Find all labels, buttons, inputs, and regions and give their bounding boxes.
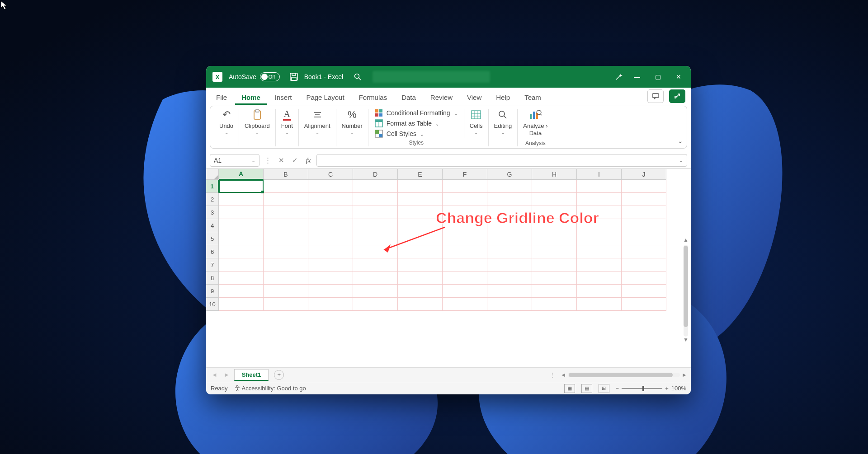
sheet-tab-sheet1[interactable]: Sheet1	[234, 369, 269, 381]
cell-B1[interactable]	[264, 180, 308, 193]
zoom-percentage[interactable]: 100%	[671, 385, 686, 392]
cell-C10[interactable]	[308, 298, 353, 311]
cell-G3[interactable]	[487, 206, 532, 219]
cell-E3[interactable]	[398, 206, 443, 219]
tab-file[interactable]: File	[210, 90, 233, 105]
zoom-out-button[interactable]: −	[616, 385, 619, 392]
cell-D5[interactable]	[353, 232, 398, 245]
cell-J7[interactable]	[622, 258, 666, 271]
column-header-D[interactable]: D	[353, 169, 398, 180]
cell-C4[interactable]	[308, 219, 353, 232]
cell-H4[interactable]	[532, 219, 577, 232]
column-header-J[interactable]: J	[622, 169, 666, 180]
cell-C1[interactable]	[308, 180, 353, 193]
cell-D10[interactable]	[353, 298, 398, 311]
cell-I10[interactable]	[577, 298, 622, 311]
cell-J9[interactable]	[622, 285, 666, 298]
cell-J5[interactable]	[622, 232, 666, 245]
formula-input[interactable]: ⌄	[316, 154, 687, 167]
cell-I8[interactable]	[577, 271, 622, 285]
cell-F5[interactable]	[443, 232, 487, 245]
cell-A8[interactable]	[219, 271, 264, 285]
cell-E8[interactable]	[398, 271, 443, 285]
close-button[interactable]: ✕	[668, 66, 689, 88]
cell-A6[interactable]	[219, 245, 264, 258]
cell-D9[interactable]	[353, 285, 398, 298]
cell-F7[interactable]	[443, 258, 487, 271]
insert-function-button[interactable]: fx	[303, 155, 314, 166]
search-button[interactable]	[351, 70, 364, 83]
cell-G4[interactable]	[487, 219, 532, 232]
cell-F4[interactable]	[443, 219, 487, 232]
column-header-B[interactable]: B	[264, 169, 308, 180]
cell-H3[interactable]	[532, 206, 577, 219]
tab-page-layout[interactable]: Page Layout	[300, 90, 350, 105]
cell-A9[interactable]	[219, 285, 264, 298]
tab-team[interactable]: Team	[518, 90, 547, 105]
cell-B5[interactable]	[264, 232, 308, 245]
cell-C5[interactable]	[308, 232, 353, 245]
group-analyze[interactable]: Analyze ›Data Analysis	[518, 109, 560, 146]
row-header-6[interactable]: 6	[206, 245, 219, 258]
group-font[interactable]: A Font ⌄	[276, 109, 299, 146]
tab-data[interactable]: Data	[395, 90, 422, 105]
h-scroll-thumb[interactable]	[569, 373, 673, 377]
view-page-break-button[interactable]: ⊞	[599, 384, 609, 393]
cell-J10[interactable]	[622, 298, 666, 311]
cell-G6[interactable]	[487, 245, 532, 258]
cell-D7[interactable]	[353, 258, 398, 271]
row-header-1[interactable]: 1	[206, 180, 219, 193]
enter-formula-button[interactable]: ✓	[289, 155, 300, 166]
cell-F6[interactable]	[443, 245, 487, 258]
cell-C6[interactable]	[308, 245, 353, 258]
group-cells[interactable]: Cells ⌄	[464, 109, 489, 146]
column-header-A[interactable]: A	[219, 169, 264, 180]
tab-insert[interactable]: Insert	[269, 90, 298, 105]
cell-D4[interactable]	[353, 219, 398, 232]
group-clipboard[interactable]: Clipboard ⌄	[239, 109, 276, 146]
collapse-ribbon-button[interactable]: ⌄	[678, 137, 683, 145]
cell-B8[interactable]	[264, 271, 308, 285]
cell-I1[interactable]	[577, 180, 622, 193]
zoom-in-button[interactable]: +	[665, 385, 669, 392]
tab-splitter-icon[interactable]: ⋮	[550, 372, 555, 378]
row-header-2[interactable]: 2	[206, 193, 219, 206]
scroll-up-icon[interactable]: ▲	[683, 237, 689, 245]
horizontal-scrollbar[interactable]: ◄ ►	[561, 372, 687, 378]
cell-C9[interactable]	[308, 285, 353, 298]
cell-E5[interactable]	[398, 232, 443, 245]
cell-B7[interactable]	[264, 258, 308, 271]
group-editing[interactable]: Editing ⌄	[489, 109, 518, 146]
column-header-H[interactable]: H	[532, 169, 577, 180]
cell-J4[interactable]	[622, 219, 666, 232]
cell-E7[interactable]	[398, 258, 443, 271]
cell-E1[interactable]	[398, 180, 443, 193]
row-header-8[interactable]: 8	[206, 271, 219, 285]
conditional-formatting-button[interactable]: Conditional Formatting ⌄	[375, 109, 458, 117]
cell-I3[interactable]	[577, 206, 622, 219]
cell-styles-button[interactable]: Cell Styles ⌄	[375, 130, 458, 138]
cell-D3[interactable]	[353, 206, 398, 219]
cell-J3[interactable]	[622, 206, 666, 219]
cell-A3[interactable]	[219, 206, 264, 219]
cell-H7[interactable]	[532, 258, 577, 271]
cell-F9[interactable]	[443, 285, 487, 298]
cell-E9[interactable]	[398, 285, 443, 298]
group-number[interactable]: % Number ⌄	[336, 109, 368, 146]
cell-F8[interactable]	[443, 271, 487, 285]
scroll-down-icon[interactable]: ▼	[683, 337, 689, 345]
cell-C8[interactable]	[308, 271, 353, 285]
cell-H2[interactable]	[532, 193, 577, 206]
cell-F1[interactable]	[443, 180, 487, 193]
cell-H1[interactable]	[532, 180, 577, 193]
format-as-table-button[interactable]: Format as Table ⌄	[375, 119, 458, 127]
name-box-more[interactable]: ⋮	[262, 155, 273, 166]
cell-G9[interactable]	[487, 285, 532, 298]
cell-A10[interactable]	[219, 298, 264, 311]
cell-B3[interactable]	[264, 206, 308, 219]
cell-I2[interactable]	[577, 193, 622, 206]
column-header-E[interactable]: E	[398, 169, 443, 180]
cell-A2[interactable]	[219, 193, 264, 206]
prev-sheet-button[interactable]: ◄	[210, 371, 219, 378]
cell-G7[interactable]	[487, 258, 532, 271]
